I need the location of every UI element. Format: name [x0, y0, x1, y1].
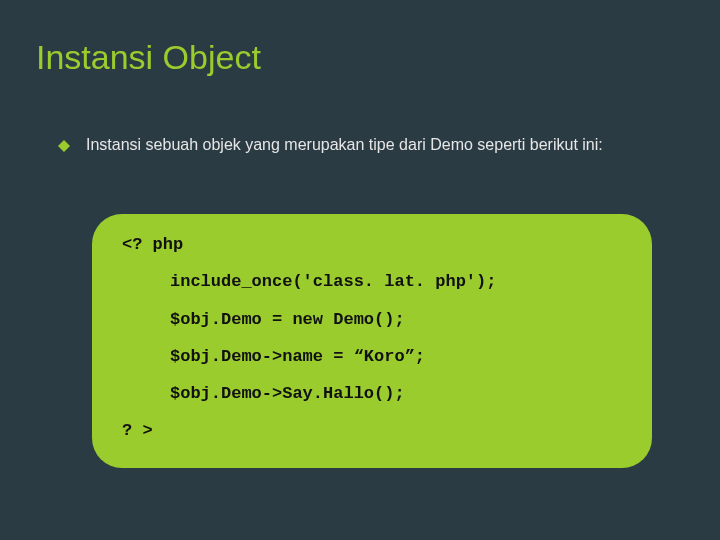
- code-close-tag: ? >: [122, 420, 622, 441]
- code-open-tag: <? php: [122, 234, 622, 255]
- bullet-text: Instansi sebuah objek yang merupakan tip…: [86, 134, 603, 156]
- code-new-demo: $obj.Demo = new Demo();: [122, 309, 622, 330]
- slide-title: Instansi Object: [36, 38, 261, 77]
- code-include: include_once('class. lat. php');: [122, 271, 622, 292]
- code-set-name: $obj.Demo->name = “Koro”;: [122, 346, 622, 367]
- svg-rect-0: [58, 140, 70, 152]
- code-block: <? php include_once('class. lat. php'); …: [92, 214, 652, 468]
- code-say-hallo: $obj.Demo->Say.Hallo();: [122, 383, 622, 404]
- bullet-item: Instansi sebuah objek yang merupakan tip…: [58, 134, 618, 156]
- diamond-bullet-icon: [58, 138, 70, 156]
